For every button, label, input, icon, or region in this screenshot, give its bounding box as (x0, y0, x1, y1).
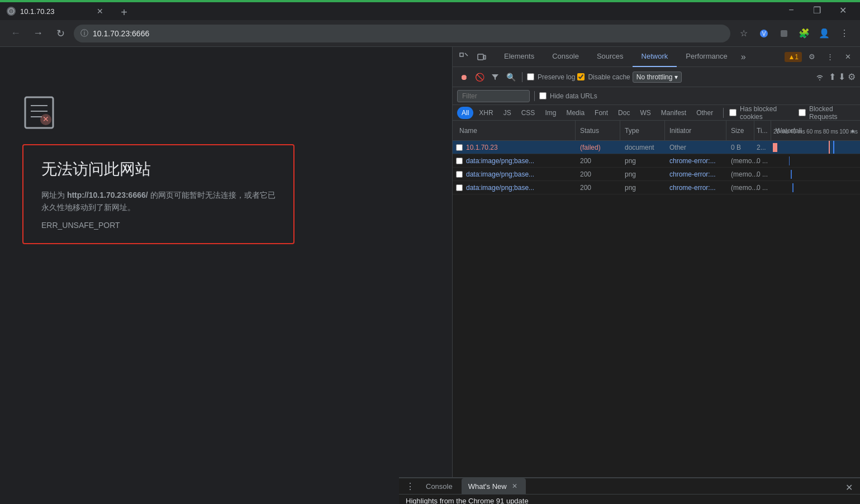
row-name: data:image/png;base... (466, 157, 576, 165)
tab-elements[interactable]: Elements (495, 47, 543, 67)
devtools-tabs: Elements Console Sources Network Perform… (495, 47, 785, 67)
svg-rect-11 (460, 53, 463, 56)
search-icon[interactable]: 🔍 (504, 70, 517, 84)
row-time: 0 ... (754, 184, 771, 192)
tab-title: 10.1.70.23 (20, 7, 92, 16)
minimize-button[interactable]: − (778, 1, 804, 19)
close-devtools-button[interactable]: ✕ (840, 49, 856, 65)
error-title: 无法访问此网站 (41, 159, 275, 180)
close-button[interactable]: ✕ (830, 1, 856, 19)
type-filter-xhr[interactable]: XHR (474, 107, 497, 119)
time-column-header[interactable]: Ti... (754, 121, 771, 140)
row-type: png (620, 170, 665, 178)
row-checkbox[interactable] (453, 171, 466, 178)
download-icon[interactable]: ⬇ (838, 72, 845, 82)
settings-icon[interactable]: ⚙ (804, 49, 820, 65)
record-button[interactable]: ⏺ (457, 70, 471, 84)
tab-sources[interactable]: Sources (588, 47, 633, 67)
url-bar[interactable]: ⓘ 10.1.70.23:6666 (74, 25, 730, 42)
more-options-icon[interactable]: ⋮ (822, 49, 838, 65)
toolbar-separator-1 (522, 72, 522, 82)
maximize-button[interactable]: ❐ (804, 1, 830, 19)
type-filter-img[interactable]: Img (540, 107, 560, 119)
waterfall-column-header[interactable]: Waterfall ▲ 20 ms 40 ms 60 ms 80 ms 100 … (771, 127, 860, 135)
row-checkbox[interactable] (453, 158, 466, 164)
warning-badge[interactable]: ▲1 (785, 52, 802, 62)
tab-whats-new[interactable]: What's New ✕ (462, 478, 526, 494)
bookmark-button[interactable]: ☆ (735, 25, 753, 42)
url-lock-icon: ⓘ (80, 28, 88, 39)
row-size: (memo... (726, 184, 754, 192)
browser-tab-active[interactable]: i 10.1.70.23 ✕ (0, 2, 112, 20)
hide-data-urls-checkbox[interactable]: Hide data URLs (539, 92, 597, 100)
profile-button[interactable]: 👤 (815, 25, 833, 42)
tab-bar: i 10.1.70.23 ✕ + − ❐ ✕ (0, 0, 860, 20)
close-whats-new-tab[interactable]: ✕ (510, 482, 519, 491)
more-tabs-button[interactable]: » (737, 52, 750, 62)
extensions-button[interactable]: 🧩 (795, 25, 813, 42)
type-filter-media[interactable]: Media (562, 107, 589, 119)
type-filter-css[interactable]: CSS (517, 107, 540, 119)
extension-button-2[interactable] (775, 25, 793, 42)
disable-cache-checkbox[interactable]: Disable cache (577, 73, 630, 81)
initiator-column-header[interactable]: Initiator (665, 121, 726, 140)
svg-line-12 (465, 53, 468, 56)
table-row[interactable]: data:image/png;base... 200 png chrome-er… (453, 168, 860, 181)
tab-network[interactable]: Network (633, 47, 677, 67)
svg-text:V: V (762, 31, 766, 37)
tab-console[interactable]: Console (543, 47, 588, 67)
row-type: png (620, 157, 665, 165)
row-checkbox[interactable] (453, 144, 466, 151)
svg-rect-13 (478, 54, 483, 60)
status-column-header[interactable]: Status (576, 121, 620, 140)
close-bottom-panel-button[interactable]: ✕ (842, 481, 856, 494)
extension-button-1[interactable]: V (755, 25, 773, 42)
window-controls: − ❐ ✕ (778, 0, 860, 20)
upload-icon[interactable]: ⬆ (829, 72, 836, 82)
size-column-header[interactable]: Size (726, 121, 754, 140)
preserve-log-checkbox[interactable]: Preserve log (527, 73, 575, 81)
filter-input[interactable] (457, 90, 530, 102)
type-filter-manifest[interactable]: Manifest (657, 107, 691, 119)
row-checkbox[interactable] (453, 184, 466, 191)
new-tab-button[interactable]: + (116, 4, 132, 20)
table-row[interactable]: data:image/png;base... 200 png chrome-er… (453, 181, 860, 194)
blocked-requests-checkbox[interactable]: Blocked Requests (799, 105, 856, 121)
tab-favicon: i (7, 7, 16, 16)
row-waterfall (771, 181, 860, 194)
row-status: 200 (576, 157, 620, 165)
type-filter-js[interactable]: JS (499, 107, 516, 119)
bottom-panel: ⋮ Console What's New ✕ ✕ Highlights from… (399, 477, 860, 504)
name-column-header[interactable]: Name (453, 121, 576, 140)
wifi-icon[interactable] (813, 70, 826, 84)
has-blocked-cookies-checkbox[interactable]: Has blocked cookies (729, 105, 793, 121)
filter-icon[interactable] (488, 70, 502, 84)
error-description: 网址为 http://10.1.70.23:6666/ 的网页可能暂时无法连接，… (41, 189, 275, 214)
type-filter-font[interactable]: Font (590, 107, 612, 119)
network-settings-icon[interactable]: ⚙ (848, 72, 856, 82)
forward-button[interactable]: → (29, 25, 47, 42)
tab-close-button[interactable]: ✕ (95, 6, 105, 16)
type-column-header[interactable]: Type (620, 121, 665, 140)
type-filter-ws[interactable]: WS (635, 107, 655, 119)
type-filter-all[interactable]: All (457, 107, 473, 119)
back-button[interactable]: ← (7, 25, 25, 42)
devtools-actions: ▲1 ⚙ ⋮ ✕ (785, 49, 856, 65)
menu-button[interactable]: ⋮ (835, 25, 853, 42)
type-filter-doc[interactable]: Doc (614, 107, 634, 119)
table-row[interactable]: data:image/png;base... 200 png chrome-er… (453, 154, 860, 168)
device-toggle-icon[interactable] (475, 50, 488, 64)
devtools-panel: Elements Console Sources Network Perform… (452, 47, 860, 504)
tab-console-bottom[interactable]: Console (419, 478, 459, 494)
row-waterfall (771, 168, 860, 180)
reload-button[interactable]: ↻ (51, 25, 69, 42)
inspect-element-icon[interactable] (457, 50, 471, 64)
throttling-selector[interactable]: No throttling ▾ (633, 72, 682, 83)
row-waterfall: (failed) net::ERR_UNSAFE_PORT (771, 141, 860, 154)
type-filter-other[interactable]: Other (692, 107, 718, 119)
clear-button[interactable]: 🚫 (473, 70, 486, 84)
row-name: 10.1.70.23 (466, 144, 576, 151)
bottom-tab-menu-icon[interactable]: ⋮ (403, 479, 417, 493)
tab-performance[interactable]: Performance (677, 47, 736, 67)
table-row[interactable]: 10.1.70.23 (failed) document Other 0 B 2… (453, 141, 860, 154)
